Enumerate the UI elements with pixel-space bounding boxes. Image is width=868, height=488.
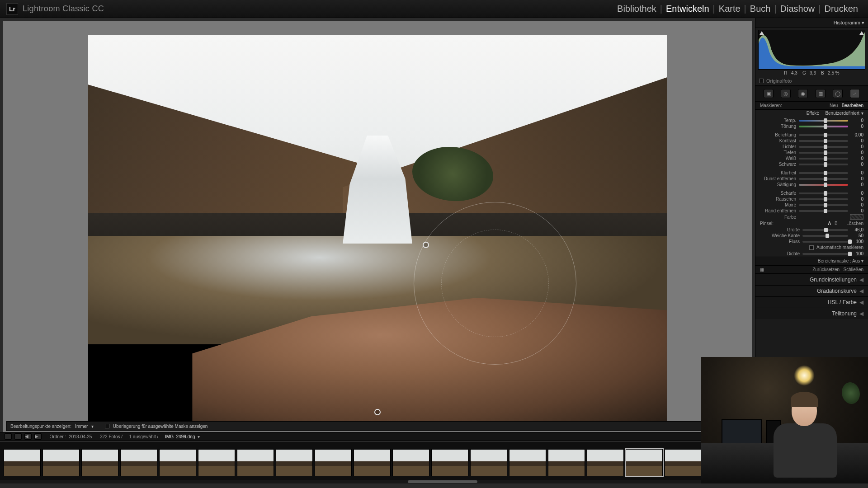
slider-label-clarity: Klarheit [760,170,796,175]
slider-size[interactable] [802,229,848,231]
filmstrip-thumb[interactable] [81,449,118,476]
slider-label-sharpness: Schärfe [760,191,796,196]
slider-highlights[interactable] [799,146,848,148]
chevron-down-icon[interactable]: ▾ [198,434,200,439]
slider-sharpness[interactable] [799,192,848,194]
slider-feather[interactable] [802,235,848,237]
second-window-icon[interactable] [5,433,12,440]
slider-label-density: Dichte [760,251,800,256]
brush-b[interactable]: B [835,221,838,226]
mask-new[interactable]: Neu [830,103,838,108]
slider-label-whites: Weiß [760,156,796,161]
adjustment-pin[interactable] [374,409,381,415]
chevron-down-icon[interactable]: ▾ [91,424,94,429]
filmstrip-thumb[interactable] [237,449,274,476]
module-library[interactable]: Bibliothek [613,4,660,14]
redeye-tool-icon[interactable]: ◉ [798,89,808,98]
gradient-tool-icon[interactable]: ▥ [816,89,826,98]
module-print[interactable]: Drucken [821,4,862,14]
slider-value-tint: 0 [851,124,863,129]
nav-back-icon[interactable]: ◀ [24,433,32,440]
slider-clarity[interactable] [799,172,848,174]
original-checkbox[interactable] [759,79,764,83]
slider-flow[interactable] [802,241,848,243]
effect-preset[interactable]: Benutzerdefiniert [825,111,859,116]
crop-tool-icon[interactable]: ▣ [764,89,774,98]
slider-temp[interactable] [799,120,848,122]
folder-name[interactable]: 2018-04-25 [69,434,92,439]
slider-tint[interactable] [799,126,848,127]
chevron-down-icon[interactable]: ▾ [861,111,863,116]
module-map[interactable]: Karte [715,4,744,14]
radial-tool-icon[interactable]: ◯ [833,89,843,98]
brush-a[interactable]: A [828,221,831,226]
filmstrip-thumb[interactable] [159,449,196,476]
panel-basic[interactable]: Grundeinstellungen◀ [755,274,868,285]
slider-value-temp: 0 [851,118,863,123]
filmstrip-thumb[interactable]: ••••• [626,449,663,476]
chevron-down-icon[interactable]: ▾ [861,258,863,263]
slider-defringe[interactable] [799,210,848,212]
slider-value-exposure: 0,00 [851,132,863,137]
slider-value-shadows: 0 [851,150,863,155]
range-mask-value[interactable]: Aus [852,258,860,263]
slider-label-shadows: Tiefen [760,150,796,155]
grid-view-icon[interactable] [14,433,22,440]
slider-exposure[interactable] [799,134,848,136]
filmstrip-thumb[interactable] [548,449,585,476]
color-swatch[interactable] [850,214,863,220]
toolbar-below-image: Bearbeitungspunkte anzeigen: Immer ▾ Übe… [6,421,750,431]
panel-hsl[interactable]: HSL / Farbe◀ [755,296,868,308]
image-canvas[interactable] [3,21,752,436]
filmstrip-thumb[interactable] [42,449,80,476]
filmstrip-thumb[interactable] [354,449,391,476]
slider-value-whites: 0 [851,156,863,161]
reset-button[interactable]: Zurücksetzen [812,267,840,272]
panel-splittone[interactable]: Teiltonung◀ [755,308,868,319]
slider-contrast[interactable] [799,140,848,142]
slider-label-contrast: Kontrast [760,138,796,143]
close-button[interactable]: Schließen [844,267,863,272]
histogram[interactable] [758,30,865,70]
mask-edit[interactable]: Bearbeiten [842,103,863,108]
nav-fwd-icon[interactable]: ▶ [34,433,42,440]
current-filename[interactable]: IMG_2499.dng [165,434,195,439]
filmstrip-thumb[interactable] [198,449,235,476]
slider-whites[interactable] [799,158,848,160]
filmstrip-thumb[interactable] [431,449,468,476]
brush-header: Pinsel: [760,221,774,226]
slider-value-clarity: 0 [851,170,863,175]
slider-label-temp: Temp. [760,118,796,123]
slider-label-flow: Fluss [760,239,800,244]
adjustment-pin[interactable] [423,242,429,248]
filmstrip-thumb[interactable] [4,449,41,476]
module-develop[interactable]: Entwickeln [662,4,713,14]
module-slideshow[interactable]: Diashow [777,4,819,14]
filmstrip-thumb[interactable] [392,449,429,476]
slider-moire[interactable] [799,204,848,206]
slider-dehaze[interactable] [799,178,848,180]
filmstrip-thumb[interactable] [276,449,313,476]
slider-saturation[interactable] [799,184,848,186]
pins-visibility-mode[interactable]: Immer [75,424,88,429]
automask-checkbox[interactable] [809,245,814,250]
filmstrip-thumb[interactable] [665,449,702,476]
filmstrip-thumb[interactable] [470,449,507,476]
slider-shadows[interactable] [799,152,848,154]
brush-tool-icon[interactable]: ⟋ [850,89,860,98]
slider-label-noise: Rauschen [760,197,796,202]
module-book[interactable]: Buch [746,4,774,14]
panel-tonecurve[interactable]: Gradationskurve◀ [755,285,868,296]
filmstrip-thumb[interactable] [509,449,546,476]
mask-toggle-icon[interactable]: ▦ [760,267,764,272]
filmstrip-thumb[interactable] [587,449,624,476]
chevron-down-icon[interactable]: ▾ [862,20,864,25]
brush-erase[interactable]: Löschen [846,221,863,226]
overlay-checkbox[interactable] [105,424,109,428]
filmstrip-thumb[interactable] [315,449,352,476]
filmstrip-thumb[interactable] [120,449,157,476]
slider-noise[interactable] [799,198,848,200]
spot-tool-icon[interactable]: ◎ [781,89,791,98]
slider-blacks[interactable] [799,164,848,165]
slider-density[interactable] [802,253,848,255]
